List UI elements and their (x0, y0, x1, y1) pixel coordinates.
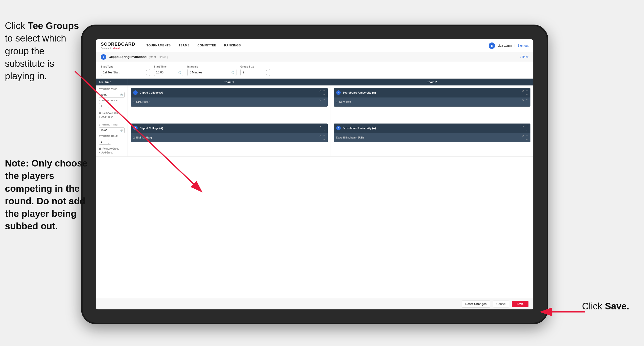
team-icon-2-2: S (336, 126, 341, 130)
team-name-1-1: Clippd College (A) (140, 91, 317, 94)
logo-powered: Powered by clippd (101, 47, 135, 49)
intervals-field: Intervals 5 Minutes 🕐 (187, 65, 236, 76)
player-name-1-1-0: 1. Rich Butler (133, 100, 317, 103)
team1-col-2: C Clippd College (A) ✕ ⌃⌄ 2. Blair McHar… (128, 121, 331, 156)
start-type-label: Start Type (101, 65, 150, 68)
player-remove-icon-2[interactable]: ✕ (522, 99, 524, 105)
sub-header-icon: B (101, 54, 106, 60)
starting-hole-label-2: STARTING HOLE: (99, 135, 124, 137)
nav-committee[interactable]: COMMITTEE (194, 39, 220, 52)
team-spinner-icon-1-1[interactable]: ⌃⌄ (323, 89, 325, 96)
save-button[interactable]: Save (512, 301, 528, 307)
team-spinner-icon-2-2[interactable]: ⌃⌄ (526, 125, 528, 131)
player-spinner-icon[interactable]: ⌃⌄ (323, 99, 325, 105)
player-name-2-1-0: 1. Rees Britt (336, 100, 520, 103)
group-actions-2: 🗑 Remove Group + Add Group (99, 147, 124, 154)
team-name-1-2: Clippd College (A) (140, 127, 317, 130)
group-size-input[interactable]: 2 ⌃⌄ (240, 69, 270, 76)
tee-groups-scroll[interactable]: STARTING TIME: 10:00 🕐 STARTING HOLE: 1 … (96, 85, 534, 298)
add-group-btn-2[interactable]: + Add Group (99, 151, 124, 154)
player-row-1-2-0: 2. Blair McHarg ✕ ⌃⌄ (131, 133, 328, 142)
start-time-input[interactable]: 10:00 🕐 (154, 69, 183, 76)
player-remove-icon-1-2[interactable]: ✕ (319, 134, 322, 141)
nav-rankings[interactable]: RANKINGS (220, 39, 245, 52)
remove-group-btn-1[interactable]: 🗑 Remove Group (99, 111, 124, 114)
starting-time-label-2: STARTING TIME: (99, 123, 124, 126)
reset-button[interactable]: Reset Changes (462, 301, 490, 308)
cancel-button[interactable]: Cancel (493, 301, 509, 308)
player-controls-2-1-0: ✕ ⌃⌄ (522, 99, 528, 105)
player-spinner-icon-1-2[interactable]: ⌃⌄ (323, 134, 325, 141)
team-card-1-2: C Clippd College (A) ✕ ⌃⌄ 2. Blair McHar… (131, 123, 328, 142)
add-group-btn-1[interactable]: + Add Group (99, 115, 124, 118)
trash-icon-2: 🗑 (99, 147, 102, 150)
team-remove-icon-1-2[interactable]: ✕ (319, 125, 322, 131)
intervals-label: Intervals (187, 65, 236, 68)
team-spinner-icon-1-2[interactable]: ⌃⌄ (323, 125, 325, 131)
sign-out-link[interactable]: Sign out (518, 44, 528, 47)
team-card-header-1-1: C Clippd College (A) ✕ ⌃⌄ (131, 88, 328, 97)
trash-icon: 🗑 (99, 111, 102, 114)
starting-time-input-2[interactable]: 10:05 🕐 (99, 127, 124, 133)
tee-table-header: Tee Time Team 1 Team 2 (96, 79, 534, 85)
player-controls-1-1-0: ✕ ⌃⌄ (319, 99, 325, 105)
team-remove-icon-2-2[interactable]: ✕ (522, 125, 524, 131)
team-name-2-1: Scoreboard University (A) (343, 91, 520, 94)
starting-hole-label-1: STARTING HOLE: (99, 99, 124, 102)
start-type-field: Start Type 1st Tee Start ⌃⌄ (101, 65, 150, 76)
note-block: Note: Only choose the players competing … (5, 157, 88, 233)
note-label: Note: Only choose the players competing … (5, 158, 88, 231)
team-card-header-2-2: S Scoreboard University (A) ✕ ⌃⌄ (334, 123, 531, 133)
start-type-input[interactable]: 1st Tee Start ⌃⌄ (101, 69, 150, 76)
tee-time-col-header: Tee Time (96, 79, 128, 85)
start-time-field: Start Time 10:00 🕐 (154, 65, 183, 76)
start-type-spinner: ⌃⌄ (146, 70, 148, 75)
player-row-2-1-0: 1. Rees Britt ✕ ⌃⌄ (334, 97, 531, 106)
starting-hole-input-1[interactable]: 1 ⌃⌄ (99, 103, 111, 109)
team-remove-icon-2-1[interactable]: ✕ (522, 89, 524, 96)
plus-icon: + (99, 115, 100, 118)
player-remove-icon-2-2[interactable]: ✕ (522, 134, 524, 141)
team-icon-1-2: C (133, 126, 138, 130)
logo-area: SCOREBOARD Powered by clippd (101, 42, 135, 49)
group-size-spinner: ⌃⌄ (266, 70, 268, 75)
starting-hole-input-2[interactable]: 1 ⌃⌄ (99, 139, 111, 145)
group-size-field: Group Size 2 ⌃⌄ (240, 65, 270, 76)
remove-group-btn-2[interactable]: 🗑 Remove Group (99, 147, 124, 150)
team-card-controls-1-2: ✕ ⌃⌄ (319, 125, 325, 131)
tee-groups-bold: Tee Groups (28, 21, 79, 31)
tee-time-col-1: STARTING TIME: 10:00 🕐 STARTING HOLE: 1 … (96, 85, 128, 121)
team-card-header-2-1: S Scoreboard University (A) ✕ ⌃⌄ (334, 88, 531, 97)
team1-col-1: C Clippd College (A) ✕ ⌃⌄ 1. Rich Butler (128, 85, 331, 121)
top-nav: SCOREBOARD Powered by clippd TOURNAMENTS… (96, 39, 534, 52)
click-save-label: Click Save. (582, 301, 629, 312)
team-icon-2-1: S (336, 90, 341, 95)
nav-tournaments[interactable]: TOURNAMENTS (142, 39, 175, 52)
team-card-controls-1-1: ✕ ⌃⌄ (319, 89, 325, 96)
intervals-input[interactable]: 5 Minutes 🕐 (187, 69, 236, 76)
player-spinner-icon-2-2[interactable]: ⌃⌄ (526, 134, 528, 141)
main-content: Start Type 1st Tee Start ⌃⌄ Start Time 1… (96, 62, 534, 310)
player-name-1-2-0: 2. Blair McHarg (133, 136, 317, 139)
player-row-2-2-0: Dave Billingham (SUB) ✕ ⌃⌄ (334, 133, 531, 142)
hosting-badge: Hosting (159, 55, 168, 58)
sub-header: B Clippd Spring Invitational (Men) Hosti… (96, 52, 534, 62)
nav-right: B blair admin | Sign out (489, 42, 528, 49)
player-controls-1-2-0: ✕ ⌃⌄ (319, 134, 325, 141)
team2-col-header: Team 2 (331, 79, 534, 85)
start-time-clock: 🕐 (178, 71, 181, 74)
player-spinner-icon-2[interactable]: ⌃⌄ (526, 99, 528, 105)
team-spinner-icon-2-1[interactable]: ⌃⌄ (526, 89, 528, 96)
logo-text: SCOREBOARD (101, 42, 135, 47)
team-card-2-2: S Scoreboard University (A) ✕ ⌃⌄ Dave Bi… (334, 123, 531, 142)
starting-time-input-1[interactable]: 10:00 🕐 (99, 92, 124, 98)
nav-teams[interactable]: TEAMS (175, 39, 194, 52)
intervals-clock: 🕐 (231, 71, 234, 74)
team-remove-icon-1-1[interactable]: ✕ (319, 89, 322, 96)
footer-bar: Reset Changes Cancel Save (96, 298, 534, 310)
tablet-screen: SCOREBOARD Powered by clippd TOURNAMENTS… (96, 39, 534, 310)
instruction-block: Click Tee Groups to select which group t… (5, 20, 81, 82)
player-remove-icon[interactable]: ✕ (319, 99, 322, 105)
instruction-text: Click Tee Groups to select which group t… (5, 21, 79, 81)
back-button[interactable]: ‹ Back (520, 55, 528, 59)
